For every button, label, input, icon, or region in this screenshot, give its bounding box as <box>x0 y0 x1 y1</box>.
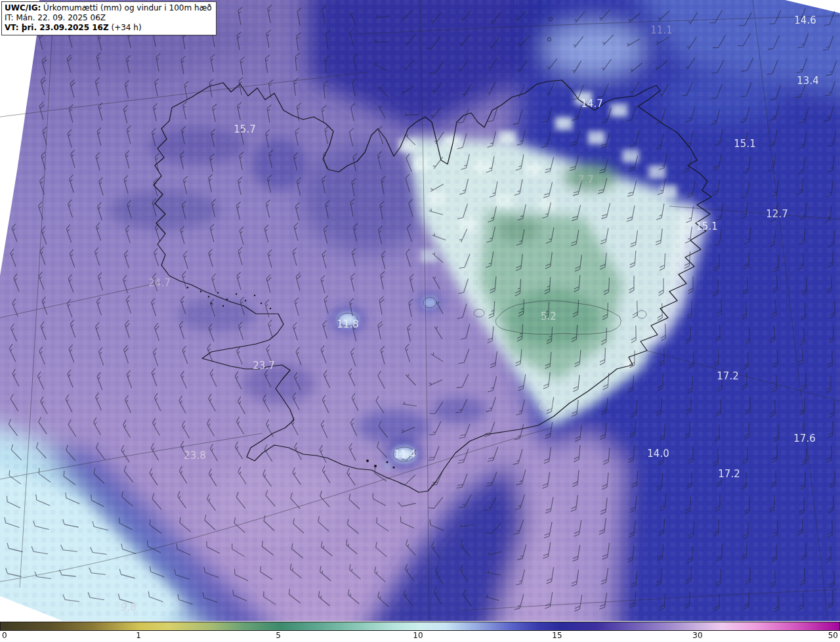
map-value-label: 17.2 <box>717 370 738 382</box>
map-value-label: 13.4 <box>797 75 818 87</box>
map-value-label: 11.8 <box>337 318 358 330</box>
precipitation-wind-map: 14.611.113.414.715.715.17.712.715.124.75… <box>0 0 840 621</box>
map-value-label: 23.7 <box>253 360 274 372</box>
valid-time-bold: VT: þri. 23.09.2025 16Z <box>5 23 109 32</box>
colorbar-tick-label: 15 <box>552 631 562 639</box>
map-value-label: 15.1 <box>734 138 755 150</box>
map-value-label: 14.7 <box>581 98 602 110</box>
map-value-label: 17.2 <box>718 468 740 480</box>
map-value-label: 6.9 <box>539 401 555 413</box>
colorbar-tick-label: 5 <box>276 631 281 639</box>
colorbar-gradient <box>0 622 840 631</box>
weather-map-app: 14.611.113.414.715.715.17.712.715.124.75… <box>0 0 840 642</box>
product-id: UWC/IG: <box>5 3 41 12</box>
colorbar: 01510153050 <box>0 621 840 642</box>
map-value-label: 9.8 <box>121 601 136 613</box>
map-value-label: 15.7 <box>234 123 255 135</box>
map-value-label: 12.7 <box>766 208 788 220</box>
map-canvas: 14.611.113.414.715.715.17.712.715.124.75… <box>0 0 840 621</box>
map-value-label: 14.0 <box>647 448 669 460</box>
map-value-label: 17.6 <box>793 433 815 444</box>
colorbar-tick-label: 50 <box>828 631 838 639</box>
valid-time-offset: (+34 h) <box>109 23 142 32</box>
pixel-texture-overlay <box>0 0 840 621</box>
title-line-init-time: IT: Mán. 22. 09. 2025 06Z <box>5 13 212 23</box>
map-value-label: 14.6 <box>794 14 816 26</box>
map-value-label: 5.2 <box>541 310 556 322</box>
colorbar-tick-label: 30 <box>692 631 702 639</box>
map-value-label: 23.8 <box>184 450 205 461</box>
title-line-product: UWC/IG: Úrkomumætti (mm) og vindur i 100… <box>5 3 212 13</box>
map-value-label: 7.7 <box>578 174 594 186</box>
map-value-label: 11.4 <box>394 448 415 460</box>
map-value-label: 11.1 <box>650 24 672 36</box>
title-line-valid-time: VT: þri. 23.09.2025 16Z (+34 h) <box>5 23 212 33</box>
colorbar-tick-label: 0 <box>2 631 7 639</box>
colorbar-tick-label: 1 <box>136 631 141 639</box>
title-box: UWC/IG: Úrkomumætti (mm) og vindur i 100… <box>1 1 217 35</box>
map-value-label: 24.7 <box>148 277 170 289</box>
colorbar-tick-label: 10 <box>413 631 423 639</box>
product-description: Úrkomumætti (mm) og vindur i 100m hæð <box>41 3 211 12</box>
map-value-label: 15.1 <box>696 221 717 232</box>
